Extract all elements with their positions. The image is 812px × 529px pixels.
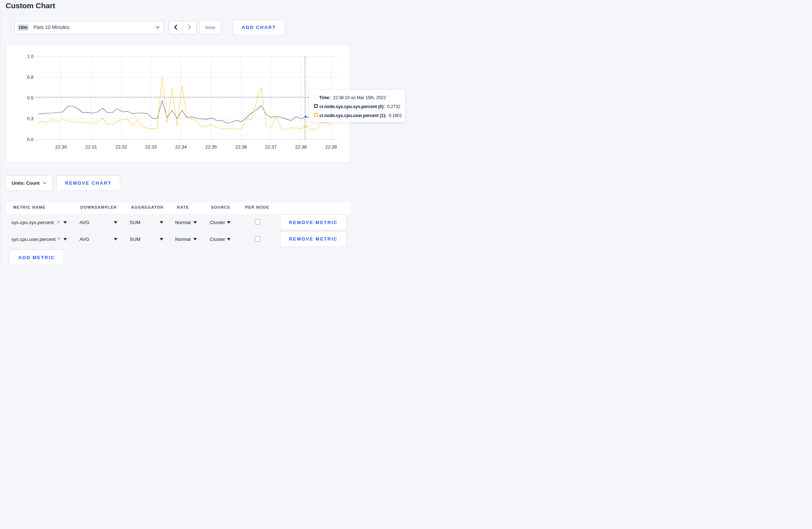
svg-text:22:31: 22:31: [85, 144, 97, 150]
svg-text:22:38: 22:38: [295, 144, 307, 150]
svg-text:22:37: 22:37: [265, 144, 277, 150]
svg-text:22:34: 22:34: [175, 144, 187, 150]
svg-text:22:36: 22:36: [235, 144, 247, 150]
svg-text:22:30: 22:30: [55, 144, 67, 150]
svg-text:22:35: 22:35: [205, 144, 217, 150]
svg-text:22:33: 22:33: [145, 144, 157, 150]
svg-text:22:32: 22:32: [115, 144, 127, 150]
svg-text:0.5: 0.5: [27, 95, 33, 101]
svg-text:0.8: 0.8: [27, 74, 33, 80]
svg-text:1.0: 1.0: [27, 54, 33, 59]
svg-text:0.0: 0.0: [27, 137, 33, 142]
svg-text:22:39: 22:39: [325, 144, 337, 150]
svg-text:0.3: 0.3: [27, 116, 33, 121]
